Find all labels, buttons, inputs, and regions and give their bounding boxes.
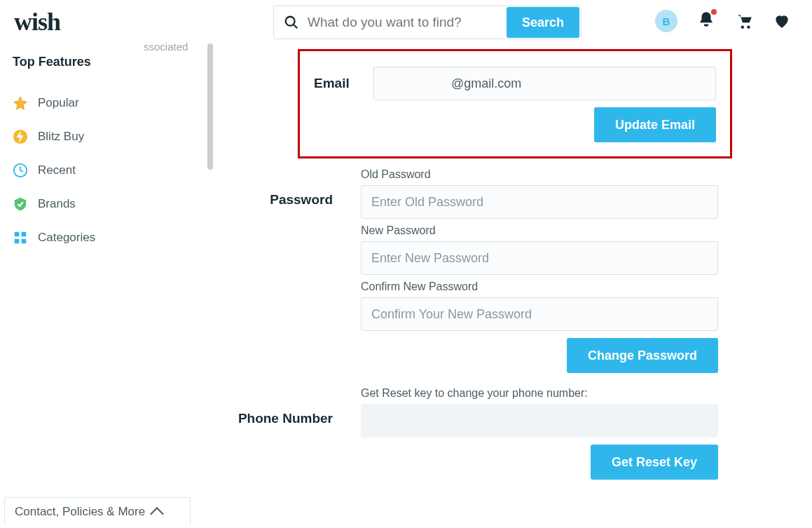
- header-icons: B: [655, 10, 791, 32]
- phone-helper-text: Get Reset key to change your phone numbe…: [361, 387, 718, 400]
- svg-rect-8: [15, 239, 20, 244]
- confirm-password-input[interactable]: [361, 297, 718, 331]
- confirm-password-label: Confirm New Password: [361, 280, 718, 293]
- sidebar-item-label: Brands: [38, 197, 76, 211]
- cart-icon[interactable]: [735, 12, 753, 30]
- email-input[interactable]: @gmail.com: [373, 67, 716, 100]
- svg-rect-9: [22, 239, 27, 244]
- star-icon: [13, 95, 28, 111]
- email-masked-prefix: [381, 73, 451, 94]
- wish-logo[interactable]: wish: [14, 7, 60, 36]
- sidebar-item-label: Popular: [38, 96, 79, 110]
- settings-form: Email @gmail.com Update Email Password O…: [224, 49, 764, 492]
- search-icon: [284, 15, 299, 30]
- search-bar[interactable]: Search: [273, 6, 582, 39]
- search-input[interactable]: [299, 15, 505, 30]
- sidebar-item-label: Blitz Buy: [38, 130, 84, 144]
- sidebar-item-label: Recent: [38, 163, 76, 177]
- search-button[interactable]: Search: [507, 7, 579, 38]
- header: wish Search B: [0, 0, 812, 43]
- check-shield-icon: [13, 196, 28, 212]
- svg-rect-7: [22, 232, 27, 237]
- old-password-label: Old Password: [361, 168, 718, 181]
- sidebar: Top Features Popular Blitz Buy Recent: [0, 49, 140, 255]
- contact-policies-toggle[interactable]: Contact, Policies & More: [4, 497, 191, 525]
- get-reset-key-button[interactable]: Get Reset Key: [591, 445, 718, 480]
- sidebar-item-popular[interactable]: Popular: [13, 86, 140, 120]
- new-password-input[interactable]: [361, 241, 718, 275]
- email-section: Email @gmail.com Update Email: [298, 49, 732, 158]
- sidebar-item-recent[interactable]: Recent: [13, 154, 140, 187]
- phone-section: Phone Number Get Reset key to change you…: [224, 387, 764, 480]
- sidebar-item-label: Categories: [38, 231, 95, 245]
- password-section: Password Old Password New Password Confi…: [224, 168, 764, 373]
- scrollbar[interactable]: [207, 43, 213, 503]
- email-label: Email: [314, 76, 373, 91]
- svg-point-3: [747, 26, 750, 29]
- truncated-text: ssociated: [144, 41, 188, 53]
- sidebar-item-brands[interactable]: Brands: [13, 187, 140, 221]
- chevron-up-icon: [150, 507, 164, 521]
- change-password-button[interactable]: Change Password: [567, 338, 718, 373]
- sidebar-heading: Top Features: [13, 55, 140, 69]
- update-email-button[interactable]: Update Email: [594, 107, 716, 142]
- svg-line-1: [294, 25, 297, 28]
- svg-point-0: [286, 17, 295, 26]
- svg-point-2: [741, 26, 744, 29]
- svg-rect-6: [15, 232, 20, 237]
- phone-reset-input[interactable]: [361, 404, 718, 438]
- grid-icon: [13, 230, 28, 245]
- sidebar-item-blitz-buy[interactable]: Blitz Buy: [13, 120, 140, 154]
- blitz-icon: [13, 129, 28, 144]
- notification-dot-icon: [711, 9, 717, 15]
- old-password-input[interactable]: [361, 185, 718, 219]
- password-label: Password: [224, 168, 361, 208]
- sidebar-item-categories[interactable]: Categories: [13, 221, 140, 255]
- heart-icon[interactable]: [773, 12, 791, 30]
- notifications-button[interactable]: [697, 11, 715, 32]
- clock-icon: [13, 163, 28, 178]
- footer-pill-label: Contact, Policies & More: [15, 505, 145, 519]
- phone-label: Phone Number: [224, 387, 361, 426]
- email-suffix: @gmail.com: [451, 76, 521, 91]
- new-password-label: New Password: [361, 224, 718, 237]
- avatar[interactable]: B: [655, 10, 677, 32]
